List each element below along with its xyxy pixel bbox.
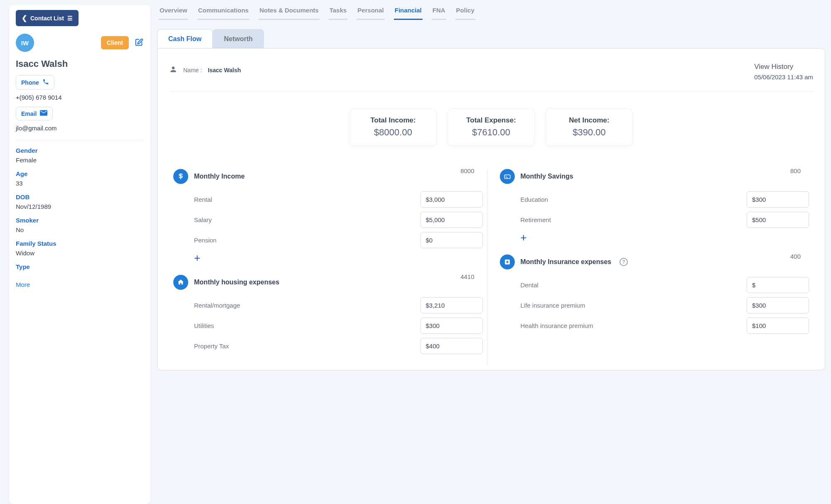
more-link[interactable]: More [16, 281, 144, 288]
monthly-housing-section: Monthly housing expenses 4410 Rental/mor… [173, 275, 483, 354]
total-income-card: Total Income: $8000.00 [349, 108, 437, 146]
top-nav: OverviewCommunicationsNotes & DocumentsT… [157, 0, 825, 20]
dob-value: Nov/12/1989 [16, 203, 144, 210]
tab-notes-documents[interactable]: Notes & Documents [258, 7, 320, 20]
income-salary-input[interactable] [420, 212, 483, 228]
savings-retirement-input[interactable] [747, 212, 809, 228]
savings-icon [500, 169, 515, 184]
home-icon [173, 275, 188, 290]
smoker-value: No [16, 226, 144, 233]
list-icon: ☰ [67, 15, 73, 22]
income-row: Rental [194, 191, 483, 208]
chevron-left-icon: ❮ [22, 14, 27, 22]
housing-row-label: Property Tax [194, 343, 412, 350]
phone-icon [42, 78, 49, 86]
type-label: Type [16, 263, 144, 270]
avatar-initials: IW [21, 39, 29, 46]
back-to-contact-list-button[interactable]: ❮ Contact List ☰ [16, 10, 79, 26]
monthly-insurance-section: Monthly Insurance expenses ? 400 Dental … [500, 254, 809, 334]
insurance-row-label: Health insurance premium [521, 322, 739, 329]
insurance-health-input[interactable] [747, 318, 809, 334]
insurance-dental-input[interactable] [747, 277, 809, 293]
net-income-label: Net Income: [560, 116, 618, 125]
total-expense-card: Total Expense: $7610.00 [447, 108, 535, 146]
tab-tasks[interactable]: Tasks [329, 7, 347, 20]
tab-overview[interactable]: Overview [159, 7, 188, 20]
client-badge: Client [101, 36, 129, 49]
tab-policy[interactable]: Policy [455, 7, 475, 20]
tab-fna[interactable]: FNA [432, 7, 446, 20]
housing-row-label: Utilities [194, 322, 412, 329]
income-row: Salary [194, 212, 483, 228]
phone-button-label: Phone [21, 79, 39, 86]
housing-row: Property Tax [194, 338, 483, 354]
savings-title: Monthly Savings [521, 173, 573, 180]
add-income-button[interactable]: + [194, 252, 483, 263]
income-title: Monthly Income [194, 173, 245, 180]
family-status-label: Family Status [16, 240, 144, 247]
insurance-row: Dental [521, 277, 809, 293]
total-income-value: $8000.00 [364, 127, 422, 138]
tab-personal[interactable]: Personal [356, 7, 384, 20]
email-value: jlo@gmail.com [16, 125, 144, 132]
housing-property-tax-input[interactable] [420, 338, 483, 354]
dollar-icon [173, 169, 188, 184]
housing-title: Monthly housing expenses [194, 279, 279, 286]
income-total: 8000 [460, 167, 474, 174]
back-button-label: Contact List [30, 15, 64, 22]
history-timestamp: 05/06/2023 11:43 am [754, 73, 813, 81]
sidebar-divider [16, 140, 144, 140]
housing-total: 4410 [460, 273, 474, 280]
view-history-link[interactable]: View History [754, 63, 813, 71]
housing-rental-input[interactable] [420, 297, 483, 313]
total-expense-value: $7610.00 [462, 127, 520, 138]
savings-row: Retirement [521, 212, 809, 228]
contact-name: Isacc Walsh [16, 59, 144, 69]
insurance-row: Life insurance premium [521, 297, 809, 313]
smoker-label: Smoker [16, 217, 144, 224]
family-status-value: Widow [16, 250, 144, 257]
edit-icon[interactable] [135, 38, 144, 48]
email-button-label: Email [21, 110, 37, 117]
housing-utilities-input[interactable] [420, 318, 483, 334]
insurance-total: 400 [790, 253, 801, 260]
age-label: Age [16, 170, 144, 177]
add-savings-button[interactable]: + [521, 232, 809, 243]
savings-row-label: Education [521, 196, 739, 203]
insurance-life-input[interactable] [747, 297, 809, 313]
tab-communications[interactable]: Communications [197, 7, 250, 20]
savings-education-input[interactable] [747, 191, 809, 208]
income-pension-input[interactable] [420, 232, 483, 248]
subtabs: Cash FlowNetworth [157, 29, 825, 49]
svg-rect-0 [504, 175, 510, 179]
insurance-row-label: Life insurance premium [521, 302, 739, 309]
income-row-label: Pension [194, 237, 412, 244]
subtab-cash-flow[interactable]: Cash Flow [157, 29, 213, 49]
name-value: Isacc Walsh [208, 67, 241, 73]
savings-row: Education [521, 191, 809, 208]
email-icon [40, 110, 47, 117]
help-icon[interactable]: ? [620, 258, 628, 266]
income-row: Pension [194, 232, 483, 248]
income-row-label: Rental [194, 196, 412, 203]
total-income-label: Total Income: [364, 116, 422, 125]
dob-label: DOB [16, 193, 144, 201]
total-expense-label: Total Expense: [462, 116, 520, 125]
savings-row-label: Retirement [521, 216, 739, 223]
tab-financial[interactable]: Financial [394, 7, 423, 20]
phone-button[interactable]: Phone [16, 75, 54, 90]
income-rental-input[interactable] [420, 191, 483, 208]
subtab-networth[interactable]: Networth [213, 29, 264, 49]
contact-sidebar: ❮ Contact List ☰ IW Client Isacc Walsh P… [9, 5, 150, 504]
insurance-row-label: Dental [521, 281, 739, 289]
cash-flow-panel: Name : Isacc Walsh View History 05/06/20… [157, 48, 825, 370]
housing-row-label: Rental/mortgage [194, 302, 412, 309]
left-column: Monthly Income 8000 Rental Salary [169, 169, 487, 366]
housing-row: Utilities [194, 318, 483, 334]
main-area: OverviewCommunicationsNotes & DocumentsT… [157, 0, 825, 504]
housing-row: Rental/mortgage [194, 297, 483, 313]
avatar: IW [16, 34, 34, 52]
email-button[interactable]: Email [16, 107, 53, 120]
insurance-row: Health insurance premium [521, 318, 809, 334]
person-icon [169, 65, 177, 75]
